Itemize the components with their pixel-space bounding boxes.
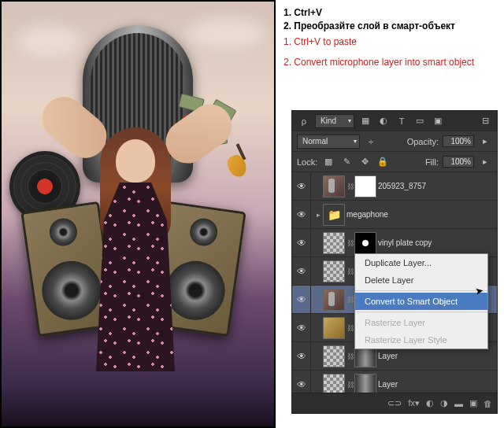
layer-name-label[interactable]: megaphone (346, 210, 493, 219)
layer-row[interactable]: 👁⛓Layer (292, 371, 497, 393)
filter-pixel-icon[interactable]: ▦ (358, 114, 372, 128)
twirl-icon[interactable]: ▸ (313, 211, 323, 219)
visibility-toggle[interactable]: 👁 (292, 257, 311, 286)
mask-link-icon[interactable]: ⛓ (346, 324, 354, 332)
kind-dropdown[interactable]: Kind (315, 114, 354, 128)
panel-lock-row: Lock: ▩ ✎ ✥ 🔒 Fill: 100% ▸ (292, 152, 497, 172)
layer-thumbnail (323, 345, 345, 367)
instr-step1: 1. Ctrl+V (284, 6, 496, 20)
mask-thumbnail (354, 232, 376, 254)
mask-link-icon[interactable]: ⛓ (346, 239, 354, 247)
fill-stepper[interactable]: ▸ (478, 155, 492, 169)
filter-type-icon[interactable]: T (395, 114, 409, 128)
filter-adjust-icon[interactable]: ◐ (376, 114, 391, 128)
layer-name-label[interactable]: vinyl plate copy (378, 238, 493, 247)
visibility-toggle[interactable]: 👁 (292, 229, 311, 257)
mask-thumbnail (354, 175, 376, 197)
cursor-icon: ➤ (474, 284, 484, 297)
lock-transparent-icon[interactable]: ▩ (321, 155, 335, 169)
fill-label: Fill: (425, 157, 439, 167)
document-canvas[interactable]: MXL 990 (0, 0, 276, 428)
visibility-toggle[interactable]: 👁 (292, 314, 311, 342)
layer-row[interactable]: 👁⛓205923_8757 (292, 172, 497, 201)
layer-name-label[interactable]: 205923_8757 (378, 182, 493, 190)
opacity-input[interactable]: 100% (443, 135, 474, 147)
adjustment-layer-icon[interactable]: ◑ (440, 398, 448, 408)
visibility-toggle[interactable]: 👁 (292, 201, 311, 229)
layer-thumbnail (323, 289, 345, 311)
woman-figure (65, 92, 206, 383)
ctx-separator (355, 290, 487, 291)
mask-link-icon[interactable]: ⛓ (346, 381, 354, 389)
delete-layer-icon[interactable]: 🗑 (484, 399, 492, 408)
ctx-convert-smart-object[interactable]: Convert to Smart Object (355, 293, 487, 310)
layer-thumbnail (323, 317, 345, 339)
guitar-icon (228, 155, 252, 186)
fill-input[interactable]: 100% (443, 156, 474, 168)
layer-fx-icon[interactable]: fx▾ (408, 398, 420, 408)
new-layer-icon[interactable]: ▣ (469, 398, 477, 408)
filter-shape-icon[interactable]: ▭ (413, 114, 427, 128)
instr-red2: 2. Convert microphone layer into smart o… (284, 56, 496, 69)
instruction-text: 1. Ctrl+V 2. Преобразйте слой в смарт-об… (284, 6, 496, 69)
mask-link-icon[interactable]: ⛓ (346, 352, 354, 360)
panel-footer: ⊂⊃ fx▾ ◐ ◑ ▬ ▣ 🗑 (292, 393, 497, 413)
layer-context-menu: Duplicate Layer... Delete Layer Convert … (354, 253, 488, 349)
mask-thumbnail (354, 374, 376, 393)
ctx-separator (355, 312, 487, 312)
folder-icon: 📁 (323, 204, 345, 226)
blend-mode-dropdown[interactable]: Normal (297, 135, 360, 149)
layer-name-label[interactable]: Layer (378, 380, 493, 389)
panel-filter-row: ρ Kind ▦ ◐ T ▭ ▣ ⊟ (292, 111, 497, 131)
lock-paint-icon[interactable]: ✎ (339, 155, 354, 169)
instr-red1: 1. Ctrl+V to paste (284, 35, 496, 49)
instr-step2: 2. Преобразйте слой в смарт-объект (284, 20, 496, 33)
opacity-label: Opacity: (407, 137, 439, 146)
lock-label: Lock: (297, 157, 317, 167)
mask-link-icon[interactable]: ⛓ (346, 183, 354, 190)
panel-blend-row: Normal ÷ Opacity: 100% ▸ (292, 131, 497, 152)
layer-thumbnail (323, 232, 345, 254)
mask-link-icon[interactable]: ⛓ (346, 296, 354, 304)
ctx-duplicate-layer[interactable]: Duplicate Layer... (355, 254, 487, 271)
visibility-toggle[interactable]: 👁 (292, 172, 311, 201)
layer-thumbnail (323, 260, 345, 282)
opacity-stepper[interactable]: ▸ (478, 135, 492, 149)
lock-position-icon[interactable]: ✥ (358, 155, 372, 169)
lock-all-icon[interactable]: 🔒 (376, 155, 390, 169)
visibility-toggle[interactable]: 👁 (292, 342, 311, 371)
ctx-delete-layer[interactable]: Delete Layer (355, 271, 487, 289)
layer-row[interactable]: 👁▸📁megaphone (292, 201, 497, 229)
blend-stepper[interactable]: ÷ (364, 135, 378, 149)
layer-name-label[interactable]: Layer (378, 352, 493, 360)
search-icon[interactable]: ρ (297, 114, 311, 128)
visibility-toggle[interactable]: 👁 (292, 286, 311, 314)
layer-thumbnail (323, 374, 345, 393)
ctx-rasterize-style[interactable]: Rasterize Layer Style (355, 331, 487, 349)
filter-toggle[interactable]: ⊟ (478, 114, 492, 128)
layer-group-icon[interactable]: ▬ (454, 399, 463, 408)
layer-mask-icon[interactable]: ◐ (426, 398, 434, 408)
filter-smart-icon[interactable]: ▣ (431, 114, 445, 128)
visibility-toggle[interactable]: 👁 (292, 371, 311, 393)
link-layers-icon[interactable]: ⊂⊃ (387, 398, 402, 408)
ctx-rasterize-layer[interactable]: Rasterize Layer (355, 314, 487, 331)
layer-thumbnail (323, 175, 345, 197)
mask-link-icon[interactable]: ⛓ (346, 268, 354, 275)
